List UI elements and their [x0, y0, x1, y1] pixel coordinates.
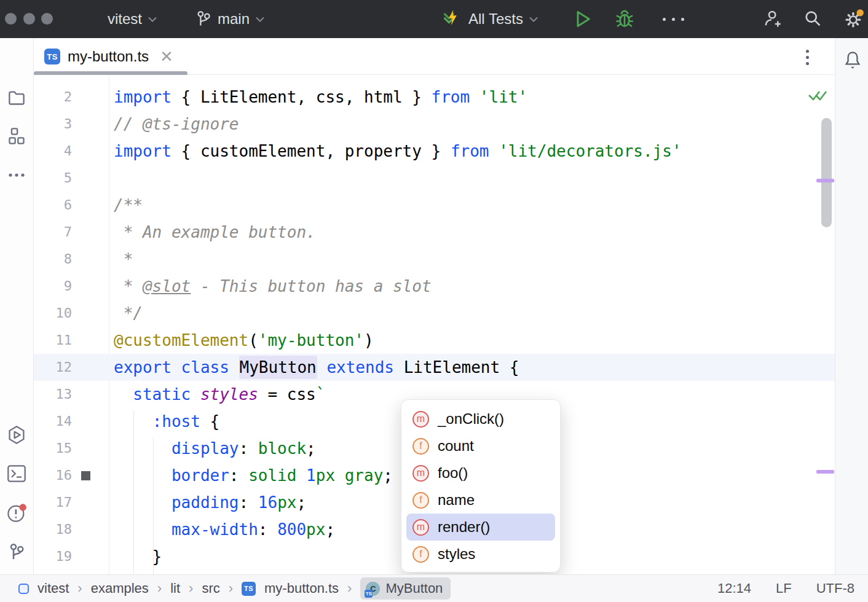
code-text[interactable]: * An example button.	[114, 219, 316, 246]
line-number[interactable]: 4	[34, 138, 72, 165]
tab-options-button[interactable]	[806, 47, 809, 68]
line-number[interactable]: 16	[34, 462, 72, 489]
breadcrumb-file[interactable]: my-button.ts	[264, 580, 339, 596]
more-actions-button[interactable]	[663, 0, 684, 38]
branch-widget[interactable]: main	[195, 0, 264, 38]
vitest-icon	[443, 9, 462, 29]
structure-icon[interactable]	[8, 127, 25, 146]
problems-icon[interactable]	[6, 502, 27, 523]
line-number[interactable]: 14	[34, 408, 72, 435]
debug-button[interactable]	[615, 0, 634, 38]
window-zoom-button[interactable]	[41, 13, 53, 25]
project-widget[interactable]: vitest	[108, 0, 157, 38]
code-line[interactable]: 11@customElement('my-button')	[34, 327, 835, 354]
encoding-widget[interactable]: UTF-8	[816, 580, 854, 596]
structure-popup-item[interactable]: fname	[406, 487, 555, 514]
code-text[interactable]: @customElement('my-button')	[114, 327, 374, 354]
field-icon: f	[412, 546, 429, 563]
window-close-button[interactable]	[5, 13, 17, 25]
chevron-down-icon	[529, 17, 538, 22]
search-everywhere-button[interactable]	[803, 0, 822, 38]
breadcrumb-src[interactable]: src	[202, 580, 219, 596]
branch-name: main	[218, 0, 250, 38]
line-number[interactable]: 3	[34, 111, 72, 138]
line-number[interactable]: 5	[34, 165, 72, 192]
notifications-bell-icon[interactable]	[844, 50, 861, 70]
structure-popup-item[interactable]: m_onClick()	[406, 405, 555, 432]
code-text[interactable]: // @ts-ignore	[114, 111, 239, 138]
breadcrumb-class-selected[interactable]: CTS MyButton	[360, 577, 451, 600]
structure-popup-item[interactable]: fstyles	[406, 541, 555, 568]
line-number[interactable]: 19	[34, 543, 72, 570]
code-text[interactable]: import { customElement, property } from …	[114, 138, 682, 165]
git-toolwindow-icon[interactable]	[8, 543, 25, 561]
line-number[interactable]: 17	[34, 489, 72, 516]
line-number[interactable]: 2	[34, 84, 72, 111]
breadcrumb-examples[interactable]: examples	[91, 580, 149, 596]
services-icon[interactable]	[7, 425, 26, 445]
code-line[interactable]: 12export class MyButton extends LitEleme…	[34, 354, 835, 381]
line-number[interactable]: 15	[34, 435, 72, 462]
structure-popup-item[interactable]: fcount	[406, 432, 555, 459]
code-text[interactable]: static styles = css`	[114, 381, 325, 408]
window-minimize-button[interactable]	[23, 13, 35, 25]
status-bar: vitest › examples › lit › src › TS my-bu…	[0, 574, 868, 602]
chevron-down-icon	[256, 17, 264, 22]
code-line[interactable]: 10 */	[34, 300, 835, 327]
line-number[interactable]: 10	[34, 300, 72, 327]
code-text[interactable]: border: solid 1px gray;	[114, 462, 393, 489]
code-text[interactable]: export class MyButton extends LitElement…	[114, 354, 519, 381]
code-text[interactable]: padding: 16px;	[114, 489, 306, 516]
code-text[interactable]: max-width: 800px;	[114, 516, 335, 543]
line-separator-widget[interactable]: LF	[776, 580, 792, 596]
structure-popup-item[interactable]: mrender()	[406, 514, 555, 541]
editor-scrollbar[interactable]	[821, 118, 832, 227]
code-text[interactable]: * @slot - This button has a slot	[114, 273, 432, 300]
code-text[interactable]: }	[114, 543, 162, 570]
code-with-me-button[interactable]	[762, 0, 781, 38]
method-icon: m	[412, 519, 429, 536]
line-number[interactable]: 18	[34, 516, 72, 543]
color-preview-swatch[interactable]	[81, 471, 90, 480]
line-number[interactable]: 13	[34, 381, 72, 408]
code-text[interactable]: :host {	[114, 408, 219, 435]
code-line[interactable]: 4import { customElement, property } from…	[34, 138, 835, 165]
run-configuration-widget[interactable]: All Tests	[443, 0, 538, 38]
code-line[interactable]: 2import { LitElement, css, html } from '…	[34, 84, 835, 111]
code-text[interactable]: import { LitElement, css, html } from 'l…	[114, 84, 527, 111]
tab-my-button[interactable]: TS my-button.ts ✕	[37, 38, 186, 75]
line-number[interactable]: 8	[34, 246, 72, 273]
structure-popup-item[interactable]: mfoo()	[406, 459, 555, 487]
code-text[interactable]: display: block;	[114, 435, 316, 462]
line-number[interactable]: 12	[34, 354, 72, 381]
structure-item-label: foo()	[438, 464, 468, 482]
breadcrumb-project[interactable]: vitest	[37, 580, 69, 596]
breadcrumbs: vitest › examples › lit › src › TS my-bu…	[18, 577, 451, 600]
field-icon: f	[412, 492, 429, 509]
code-line[interactable]: 8 *	[34, 246, 835, 273]
typescript-file-icon: TS	[44, 49, 60, 64]
run-button[interactable]	[574, 0, 592, 38]
code-line[interactable]: 3// @ts-ignore	[34, 111, 835, 138]
settings-button[interactable]	[843, 0, 864, 38]
breadcrumb-lit[interactable]: lit	[170, 580, 180, 596]
code-line[interactable]: 5	[34, 165, 835, 192]
scrollbar-mark	[816, 179, 834, 182]
inspections-passed-icon[interactable]	[807, 87, 828, 104]
structure-item-label: count	[438, 437, 474, 455]
terminal-icon[interactable]	[7, 464, 26, 483]
code-text[interactable]: *	[114, 246, 133, 273]
caret-position-widget[interactable]: 12:14	[717, 580, 751, 596]
code-line[interactable]: 7 * An example button.	[34, 219, 835, 246]
project-folder-icon[interactable]	[8, 90, 25, 106]
code-text[interactable]: */	[114, 300, 143, 327]
line-number[interactable]: 9	[34, 273, 72, 300]
code-text[interactable]: /**	[114, 192, 143, 219]
line-number[interactable]: 11	[34, 327, 72, 354]
code-line[interactable]: 9 * @slot - This button has a slot	[34, 273, 835, 300]
line-number[interactable]: 6	[34, 192, 72, 219]
tab-close-icon[interactable]: ✕	[160, 49, 173, 64]
line-number[interactable]: 7	[34, 219, 72, 246]
code-line[interactable]: 6/**	[34, 192, 835, 219]
more-tool-windows-icon[interactable]	[7, 172, 26, 178]
